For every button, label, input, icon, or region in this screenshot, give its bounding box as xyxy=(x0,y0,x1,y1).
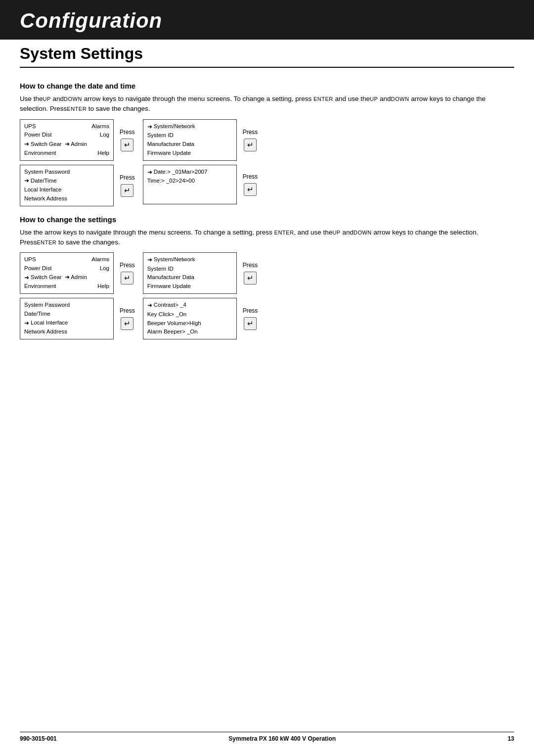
screen-group-4: ➜Date:> _01Mar>2007 Time:> _02>24>00 Pre… xyxy=(143,165,261,204)
section-heading: System Settings xyxy=(20,45,514,68)
down-key-1: DOWN xyxy=(64,96,82,102)
press-label-s1: Press xyxy=(120,262,135,269)
enter-icon-s2: ↵ xyxy=(121,317,134,330)
down-key-s1: DOWN xyxy=(354,230,372,236)
date-time-subsection: How to change the date and time Use theU… xyxy=(20,82,514,206)
press-enter-3: Press ↵ xyxy=(240,129,261,151)
enter-icon-3: ↵ xyxy=(244,139,257,151)
enter-icon-s4: ↵ xyxy=(244,317,257,330)
header-banner: Configuration xyxy=(0,0,534,40)
screen-group-1: UPSAlarms Power DistLog ➜Switch Gear➜ Ad… xyxy=(20,119,138,161)
screen-dt-top-left: UPSAlarms Power DistLog ➜Switch Gear➜ Ad… xyxy=(20,119,114,161)
enter-icon-s1: ↵ xyxy=(121,272,134,284)
footer-doc-num: 990-3015-001 xyxy=(20,735,57,742)
screen-group-s3: ➜System/Network System ID Manufacturer D… xyxy=(143,252,261,294)
settings-diagram: UPSAlarms Power DistLog ➜Switch Gear➜ Ad… xyxy=(20,252,514,339)
press-label-4: Press xyxy=(243,173,258,180)
enter-icon-s3: ↵ xyxy=(244,272,257,284)
enter-icon-1: ↵ xyxy=(121,139,134,151)
screen-group-s2: System Password Date/Time ➜Local Interfa… xyxy=(20,298,138,339)
press-label-3: Press xyxy=(243,129,258,136)
screen-dt-bottom-left: System Password ➜Date/Time Local Interfa… xyxy=(20,165,114,206)
right-screens-s: ➜System/Network System ID Manufacturer D… xyxy=(143,252,261,339)
enter-key-2: ENTER xyxy=(67,106,87,112)
down-key-2: DOWN xyxy=(391,96,409,102)
right-screens-dt: ➜System/Network System ID Manufacturer D… xyxy=(143,119,261,204)
enter-key-s2: ENTER xyxy=(37,239,57,245)
press-label-1: Press xyxy=(120,129,135,136)
press-label-s3: Press xyxy=(243,262,258,269)
settings-heading: How to change the settings xyxy=(20,215,514,224)
press-enter-4: Press ↵ xyxy=(240,173,261,196)
up-key-1: UP xyxy=(43,96,51,102)
press-label-s2: Press xyxy=(120,307,135,314)
press-enter-s3: Press ↵ xyxy=(240,262,261,284)
settings-paragraph: Use the arrow keys to navigate through t… xyxy=(20,228,514,248)
press-label-2: Press xyxy=(120,174,135,181)
left-screens-s: UPSAlarms Power DistLog ➜Switch Gear➜ Ad… xyxy=(20,252,138,339)
press-enter-1: Press ↵ xyxy=(117,129,138,151)
footer-title: Symmetra PX 160 kW 400 V Operation xyxy=(228,735,336,742)
up-key-s1: UP xyxy=(332,230,340,236)
press-enter-2: Press ↵ xyxy=(117,174,138,197)
enter-key-1: ENTER xyxy=(313,96,333,102)
screen-s-top-left: UPSAlarms Power DistLog ➜Switch Gear➜ Ad… xyxy=(20,252,114,294)
date-time-heading: How to change the date and time xyxy=(20,82,514,90)
screen-s-bottom-right: ➜Contrast> _4 Key Click> _On Beeper Volu… xyxy=(143,298,237,339)
press-enter-s2: Press ↵ xyxy=(117,307,138,330)
up-key-2: UP xyxy=(370,96,378,102)
screen-group-s4: ➜Contrast> _4 Key Click> _On Beeper Volu… xyxy=(143,298,261,339)
settings-subsection: How to change the settings Use the arrow… xyxy=(20,215,514,340)
enter-icon-2: ↵ xyxy=(121,184,134,197)
screen-group-s1: UPSAlarms Power DistLog ➜Switch Gear➜ Ad… xyxy=(20,252,138,294)
press-enter-s1: Press ↵ xyxy=(117,262,138,284)
screen-dt-top-right: ➜System/Network System ID Manufacturer D… xyxy=(143,119,237,161)
screen-dt-bottom-right: ➜Date:> _01Mar>2007 Time:> _02>24>00 xyxy=(143,165,237,204)
press-enter-s4: Press ↵ xyxy=(240,307,261,330)
page-title: Configuration xyxy=(20,9,514,33)
page-footer: 990-3015-001 Symmetra PX 160 kW 400 V Op… xyxy=(20,732,514,742)
enter-key-s1: ENTER xyxy=(274,230,294,236)
left-screens-dt: UPSAlarms Power DistLog ➜Switch Gear➜ Ad… xyxy=(20,119,138,206)
screen-group-2: System Password ➜Date/Time Local Interfa… xyxy=(20,165,138,206)
section-title: System Settings xyxy=(0,40,534,68)
screen-s-bottom-left: System Password Date/Time ➜Local Interfa… xyxy=(20,298,114,339)
footer-page: 13 xyxy=(508,735,514,742)
press-label-s4: Press xyxy=(243,307,258,314)
screen-group-3: ➜System/Network System ID Manufacturer D… xyxy=(143,119,261,161)
enter-icon-4: ↵ xyxy=(244,183,257,196)
screen-s-top-right: ➜System/Network System ID Manufacturer D… xyxy=(143,252,237,294)
date-time-paragraph: Use theUP andDOWN arrow keys to navigate… xyxy=(20,94,514,114)
date-time-diagram: UPSAlarms Power DistLog ➜Switch Gear➜ Ad… xyxy=(20,119,514,206)
